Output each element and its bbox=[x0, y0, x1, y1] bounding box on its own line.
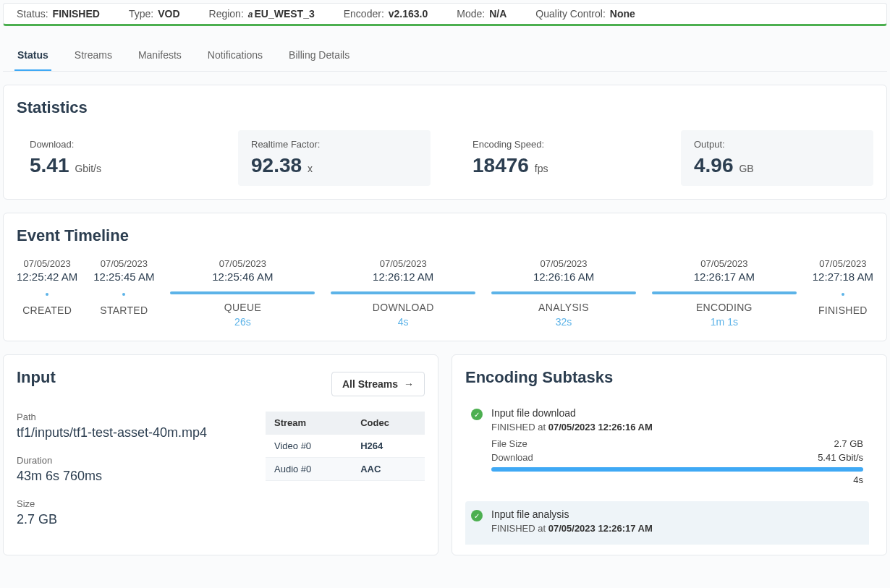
input-title: Input bbox=[17, 368, 56, 387]
tab-manifests[interactable]: Manifests bbox=[135, 42, 185, 71]
mode-value: N/A bbox=[489, 8, 507, 20]
stat-speed-label: Encoding Speed: bbox=[472, 139, 639, 150]
subtask-download: Download 5.41 Gbit/s bbox=[491, 452, 863, 463]
input-duration: Duration 43m 6s 760ms bbox=[17, 455, 244, 484]
type-label: Type: bbox=[129, 8, 153, 20]
subtask-item: ✓ Input file analysis FINISHED at 07/05/… bbox=[465, 501, 869, 545]
subtask-status: FINISHED at 07/05/2023 12:26:17 AM bbox=[491, 523, 863, 534]
table-row: Video #0H264 bbox=[266, 435, 425, 458]
input-duration-value: 43m 6s 760ms bbox=[17, 469, 244, 484]
stat-speed-unit: fps bbox=[535, 163, 548, 174]
timeline-duration: 4s bbox=[331, 316, 475, 328]
input-duration-label: Duration bbox=[17, 455, 244, 466]
tab-billing[interactable]: Billing Details bbox=[286, 42, 352, 71]
subtask-status-prefix: FINISHED at bbox=[491, 422, 548, 433]
input-size-label: Size bbox=[17, 498, 244, 509]
subtask-filesize: File Size 2.7 GB bbox=[491, 438, 863, 449]
header-mode: Mode: N/A bbox=[457, 8, 507, 20]
subtask-item: ✓ Input file download FINISHED at 07/05/… bbox=[465, 400, 869, 495]
timeline-dot bbox=[46, 293, 48, 296]
stat-output-label: Output: bbox=[694, 139, 860, 150]
header-qc: Quality Control: None bbox=[535, 8, 635, 20]
tab-notifications[interactable]: Notifications bbox=[205, 42, 266, 71]
timeline-duration: 32s bbox=[491, 316, 636, 328]
timeline-time: 12:25:46 AM bbox=[170, 270, 315, 283]
all-streams-label: All Streams bbox=[342, 378, 398, 390]
tab-streams[interactable]: Streams bbox=[72, 42, 115, 71]
stat-download: Download: 5.41 Gbit/s bbox=[17, 130, 209, 186]
timeline-date: 07/05/2023 bbox=[17, 258, 77, 269]
stream-cell: Audio #0 bbox=[266, 458, 352, 481]
subtasks-scroll[interactable]: ✓ Input file download FINISHED at 07/05/… bbox=[465, 400, 873, 545]
subtask-progress-fill bbox=[491, 467, 863, 472]
stat-realtime-label: Realtime Factor: bbox=[251, 139, 418, 150]
timeline-label: ANALYSIS bbox=[491, 302, 636, 313]
timeline-dot bbox=[122, 293, 125, 296]
subtask-download-value: 5.41 Gbit/s bbox=[818, 452, 863, 463]
input-path: Path tf1/inputs/tf1-test-asset-40m.mp4 bbox=[17, 412, 244, 440]
timeline-time: 12:27:18 AM bbox=[813, 270, 873, 283]
input-card: Input All Streams Path tf1/inputs/tf1-te… bbox=[3, 354, 438, 555]
timeline-date: 07/05/2023 bbox=[170, 258, 315, 269]
timeline-bar bbox=[652, 291, 797, 294]
tabs: Status Streams Manifests Notifications B… bbox=[3, 42, 887, 72]
input-size: Size 2.7 GB bbox=[17, 498, 244, 527]
input-path-value: tf1/inputs/tf1-test-asset-40m.mp4 bbox=[17, 425, 244, 440]
timeline-item: 07/05/202312:26:16 AMANALYSIS32s bbox=[491, 258, 636, 328]
timeline-time: 12:25:45 AM bbox=[93, 270, 154, 283]
timeline-duration: 26s bbox=[170, 316, 315, 328]
timeline-dot bbox=[842, 293, 844, 296]
status-label: Status: bbox=[17, 8, 48, 20]
timeline-item: 07/05/202312:26:12 AMDOWNLOAD4s bbox=[331, 258, 475, 328]
header-region: Region: aEU_WEST_3 bbox=[209, 8, 315, 20]
stat-realtime-value: 92.38 bbox=[251, 154, 302, 176]
col-codec: Codec bbox=[352, 412, 425, 435]
stream-table: Stream Codec Video #0H264Audio #0AAC bbox=[266, 412, 425, 481]
subtask-progress bbox=[491, 467, 863, 472]
all-streams-button[interactable]: All Streams bbox=[331, 372, 425, 396]
input-size-value: 2.7 GB bbox=[17, 512, 244, 527]
timeline-time: 12:26:16 AM bbox=[491, 270, 636, 283]
subtasks-card: Encoding Subtasks ✓ Input file download … bbox=[452, 354, 887, 555]
subtask-filesize-value: 2.7 GB bbox=[834, 438, 863, 449]
timeline-item: 07/05/202312:25:46 AMQUEUE26s bbox=[170, 258, 315, 328]
input-path-label: Path bbox=[17, 412, 244, 422]
timeline-label: STARTED bbox=[93, 304, 154, 316]
timeline-time: 12:25:42 AM bbox=[17, 270, 77, 283]
stat-realtime-unit: x bbox=[308, 163, 313, 174]
subtask-download-label: Download bbox=[491, 452, 533, 463]
stat-speed: Encoding Speed: 18476 fps bbox=[459, 130, 652, 186]
type-value: VOD bbox=[158, 8, 179, 20]
timeline-label: FINISHED bbox=[813, 304, 873, 316]
tab-status[interactable]: Status bbox=[14, 42, 51, 71]
timeline-duration: 1m 1s bbox=[652, 316, 797, 328]
stat-output-value: 4.96 bbox=[694, 154, 734, 176]
status-value: FINISHED bbox=[53, 8, 100, 20]
timeline-date: 07/05/2023 bbox=[93, 258, 154, 269]
timeline-bar bbox=[331, 291, 475, 294]
timeline-label: ENCODING bbox=[652, 302, 797, 313]
codec-cell: AAC bbox=[352, 458, 425, 481]
encoder-label: Encoder: bbox=[344, 8, 384, 20]
encoder-value: v2.163.0 bbox=[389, 8, 428, 20]
subtask-duration: 4s bbox=[491, 474, 863, 485]
region-value: aEU_WEST_3 bbox=[248, 8, 315, 20]
timeline-item: 07/05/202312:25:45 AMSTARTED bbox=[93, 258, 154, 328]
timeline-bar bbox=[170, 291, 315, 294]
stat-download-unit: Gbit/s bbox=[75, 163, 101, 174]
timeline-time: 12:26:17 AM bbox=[652, 270, 797, 283]
status-header: Status: FINISHED Type: VOD Region: aEU_W… bbox=[3, 3, 887, 26]
timeline-item: 07/05/202312:25:42 AMCREATED bbox=[17, 258, 77, 328]
qc-label: Quality Control: bbox=[535, 8, 605, 20]
table-row: Audio #0AAC bbox=[266, 458, 425, 481]
timeline-date: 07/05/2023 bbox=[813, 258, 873, 269]
stat-realtime: Realtime Factor: 92.38 x bbox=[238, 130, 431, 186]
stat-output: Output: 4.96 GB bbox=[681, 130, 873, 186]
timeline-label: QUEUE bbox=[170, 302, 315, 313]
timeline-label: DOWNLOAD bbox=[331, 302, 475, 313]
statistics-card: Statistics Download: 5.41 Gbit/s Realtim… bbox=[3, 85, 887, 200]
subtask-status: FINISHED at 07/05/2023 12:26:16 AM bbox=[491, 422, 863, 433]
stat-download-value: 5.41 bbox=[30, 154, 69, 176]
timeline-item: 07/05/202312:26:17 AMENCODING1m 1s bbox=[652, 258, 797, 328]
timeline-card: Event Timeline 07/05/202312:25:42 AMCREA… bbox=[3, 213, 887, 341]
